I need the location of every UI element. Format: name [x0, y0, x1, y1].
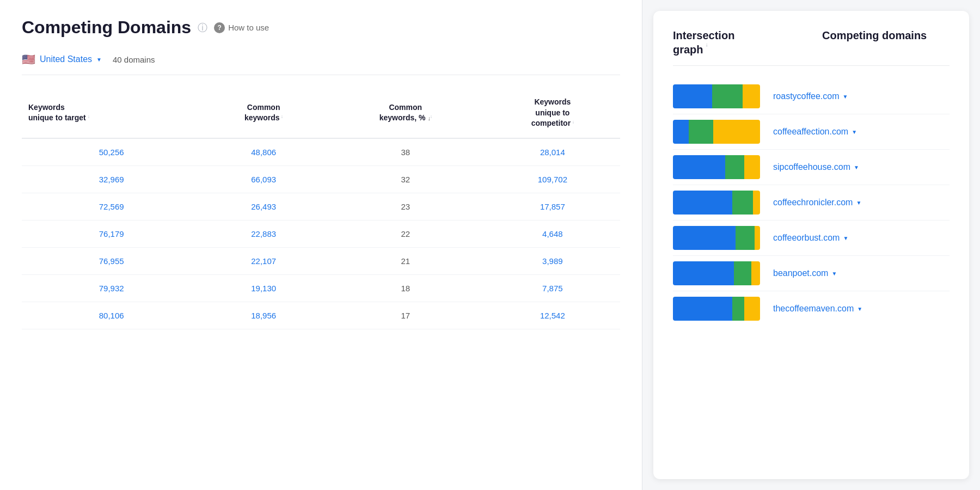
right-panel-header: Intersectiongraph ⁱ Competing domains	[673, 28, 950, 66]
cell-common-keywords-pct: 21	[326, 247, 485, 274]
cell-common-keywords[interactable]: 18,956	[201, 302, 326, 329]
bar-yellow	[753, 191, 760, 215]
cell-keywords-unique-target[interactable]: 79,932	[22, 274, 201, 302]
domain-link[interactable]: beanpoet.com ▼	[773, 268, 837, 278]
bar-blue	[673, 191, 732, 215]
country-label: United States	[40, 54, 92, 64]
right-panel: Intersectiongraph ⁱ Competing domains ro…	[653, 11, 969, 479]
cell-common-keywords[interactable]: 48,806	[201, 138, 326, 166]
cell-keywords-unique-target[interactable]: 76,179	[22, 220, 201, 247]
domain-name: coffeeaffection.com	[773, 127, 848, 137]
bar-blue	[673, 155, 725, 179]
table-row: 79,932 19,130 18 7,875	[22, 274, 620, 302]
col-header-keywords-unique-target: Keywordsunique to target ⁱ	[22, 88, 201, 138]
col-info-3: ⁱ	[431, 115, 432, 121]
cell-keywords-unique-target[interactable]: 72,569	[22, 193, 201, 220]
table-row: 72,569 26,493 23 17,857	[22, 193, 620, 220]
domain-name: coffeeorbust.com	[773, 233, 840, 243]
bar-yellow	[755, 226, 760, 250]
cell-keywords-unique-competitor[interactable]: 12,542	[485, 302, 620, 329]
cell-common-keywords[interactable]: 19,130	[201, 274, 326, 302]
bar-blue	[673, 226, 736, 250]
cell-common-keywords[interactable]: 26,493	[201, 193, 326, 220]
country-dropdown-arrow: ▼	[96, 57, 102, 63]
cell-keywords-unique-target[interactable]: 32,969	[22, 166, 201, 193]
graph-row: coffeechronicler.com ▼	[673, 185, 950, 220]
col-info-1: ⁱ	[88, 115, 89, 121]
cell-common-keywords-pct: 32	[326, 166, 485, 193]
intersection-bar	[673, 191, 760, 215]
bar-yellow	[751, 261, 760, 285]
domains-count: 40 domains	[113, 55, 155, 64]
cell-common-keywords-pct: 18	[326, 274, 485, 302]
bar-green	[732, 297, 744, 321]
cell-keywords-unique-target[interactable]: 80,106	[22, 302, 201, 329]
domain-dropdown-icon: ▼	[852, 129, 857, 135]
bar-blue	[673, 297, 732, 321]
bar-blue	[673, 261, 734, 285]
col-info-4: ⁱ	[573, 120, 574, 127]
intersection-bar	[673, 226, 760, 250]
how-to-use-link[interactable]: ? How to use	[214, 22, 269, 33]
cell-keywords-unique-competitor[interactable]: 3,989	[485, 247, 620, 274]
cell-keywords-unique-competitor[interactable]: 4,648	[485, 220, 620, 247]
how-to-use-label: How to use	[228, 23, 269, 32]
bar-yellow	[744, 297, 760, 321]
domain-name: coffeechronicler.com	[773, 198, 853, 207]
intersection-bar	[673, 297, 760, 321]
cell-keywords-unique-competitor[interactable]: 28,014	[485, 138, 620, 166]
col-header-keywords-unique-competitor: Keywordsunique tocompetitor ⁱ	[485, 88, 620, 138]
cell-keywords-unique-competitor[interactable]: 17,857	[485, 193, 620, 220]
domain-link[interactable]: sipcoffeehouse.com ▼	[773, 162, 859, 172]
domain-dropdown-icon: ▼	[857, 306, 862, 312]
bar-yellow	[713, 120, 760, 144]
domain-link[interactable]: roastycoffee.com ▼	[773, 91, 848, 101]
col-info-2: ⁱ	[281, 115, 283, 121]
cell-keywords-unique-competitor[interactable]: 7,875	[485, 274, 620, 302]
domain-dropdown-icon: ▼	[831, 271, 837, 277]
domain-link[interactable]: thecoffeemaven.com ▼	[773, 304, 862, 314]
col-header-common-keywords-pct: Commonkeywords, % ↓ⁱ	[326, 88, 485, 138]
table-row: 76,179 22,883 22 4,648	[22, 220, 620, 247]
col-header-common-keywords: Commonkeywords ⁱ	[201, 88, 326, 138]
domain-dropdown-icon: ▼	[843, 94, 848, 100]
bar-green	[689, 120, 713, 144]
domain-link[interactable]: coffeeorbust.com ▼	[773, 233, 848, 243]
cell-keywords-unique-target[interactable]: 50,256	[22, 138, 201, 166]
bar-blue	[673, 120, 689, 144]
table-row: 32,969 66,093 32 109,702	[22, 166, 620, 193]
intersection-bar	[673, 84, 760, 108]
cell-keywords-unique-target[interactable]: 76,955	[22, 247, 201, 274]
intersection-info-icon: ⁱ	[706, 42, 707, 51]
cell-common-keywords[interactable]: 22,883	[201, 220, 326, 247]
bar-green	[725, 155, 744, 179]
country-selector[interactable]: 🇺🇸 United States ▼	[22, 53, 102, 66]
flag-icon: 🇺🇸	[22, 53, 35, 66]
graph-row: roastycoffee.com ▼	[673, 79, 950, 114]
competing-domains-title: Competing domains	[822, 28, 950, 42]
bar-green	[734, 261, 751, 285]
bar-green	[712, 84, 743, 108]
table-row: 50,256 48,806 38 28,014	[22, 138, 620, 166]
domain-link[interactable]: coffeechronicler.com ▼	[773, 198, 861, 207]
bar-green	[732, 191, 753, 215]
domain-dropdown-icon: ▼	[843, 235, 848, 241]
domain-name: sipcoffeehouse.com	[773, 162, 850, 172]
page-header: Competing Domains ⓘ ? How to use	[22, 17, 620, 38]
domain-dropdown-icon: ▼	[854, 164, 859, 170]
how-to-use-icon: ?	[214, 22, 225, 33]
filter-bar: 🇺🇸 United States ▼ 40 domains	[22, 53, 620, 75]
graph-row: coffeeaffection.com ▼	[673, 114, 950, 150]
cell-common-keywords[interactable]: 22,107	[201, 247, 326, 274]
cell-common-keywords[interactable]: 66,093	[201, 166, 326, 193]
domain-link[interactable]: coffeeaffection.com ▼	[773, 127, 857, 137]
left-panel: Competing Domains ⓘ ? How to use 🇺🇸 Unit…	[0, 0, 642, 490]
page-title: Competing Domains	[22, 17, 191, 38]
cell-common-keywords-pct: 22	[326, 220, 485, 247]
cell-common-keywords-pct: 23	[326, 193, 485, 220]
graph-row: beanpoet.com ▼	[673, 256, 950, 291]
title-info-icon[interactable]: ⓘ	[198, 21, 207, 34]
table-row: 80,106 18,956 17 12,542	[22, 302, 620, 329]
domain-name: beanpoet.com	[773, 268, 828, 278]
cell-keywords-unique-competitor[interactable]: 109,702	[485, 166, 620, 193]
